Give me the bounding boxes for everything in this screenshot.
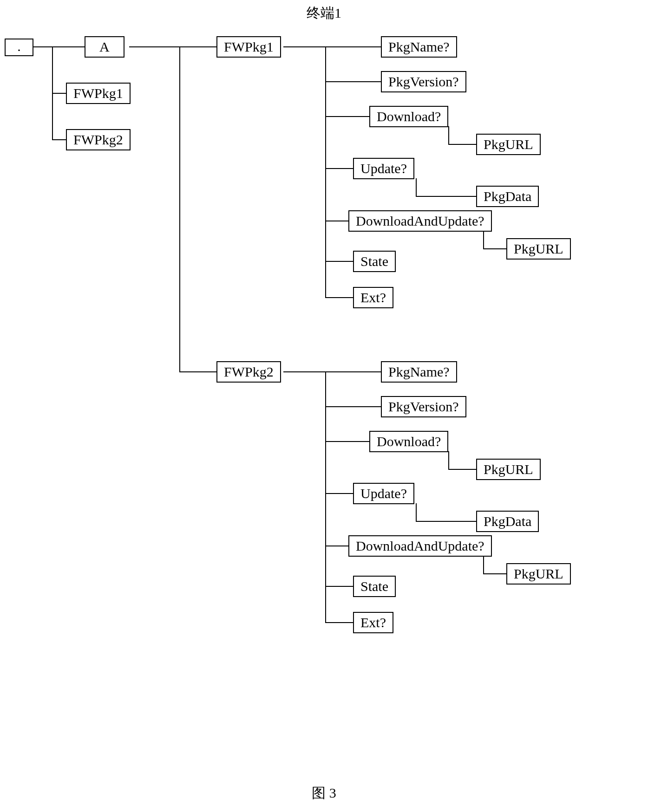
diagram-title: 终端1 bbox=[307, 4, 341, 23]
connector-line bbox=[483, 573, 506, 574]
connector-line bbox=[325, 406, 381, 407]
connector-line bbox=[179, 46, 216, 47]
node-download-1: Download? bbox=[369, 106, 448, 127]
node-update-2: Update? bbox=[353, 483, 414, 504]
node-state-2: State bbox=[353, 576, 396, 597]
node-state-1: State bbox=[353, 251, 396, 272]
connector-line bbox=[129, 46, 179, 47]
connector-line bbox=[325, 622, 353, 623]
connector-line bbox=[416, 196, 476, 197]
connector-line bbox=[52, 93, 66, 94]
connector-line bbox=[325, 371, 381, 372]
node-download-2: Download? bbox=[369, 431, 448, 452]
node-pkgdata-1: PkgData bbox=[476, 186, 539, 207]
connector-line bbox=[416, 178, 417, 196]
node-pkgname-2: PkgName? bbox=[381, 361, 457, 383]
connector-line bbox=[283, 371, 325, 372]
connector-line bbox=[325, 221, 348, 221]
node-pkgname-1: PkgName? bbox=[381, 36, 457, 58]
node-pkgurl-download-1: PkgURL bbox=[476, 134, 541, 155]
node-ext-1: Ext? bbox=[353, 287, 393, 308]
node-downloadandupdate-2: DownloadAndUpdate? bbox=[348, 535, 492, 557]
connector-line bbox=[52, 139, 66, 140]
connector-line bbox=[325, 586, 353, 587]
node-root: . bbox=[5, 39, 33, 56]
connector-line bbox=[325, 81, 381, 82]
node-left-fwpkg2: FWPkg2 bbox=[66, 129, 131, 150]
connector-line bbox=[483, 248, 506, 249]
connector-line bbox=[325, 441, 369, 442]
node-pkgversion-2: PkgVersion? bbox=[381, 396, 466, 417]
connector-line bbox=[283, 46, 325, 47]
node-downloadandupdate-1: DownloadAndUpdate? bbox=[348, 210, 492, 232]
connector-line bbox=[325, 116, 369, 117]
node-mid-fwpkg1: FWPkg1 bbox=[216, 36, 281, 58]
connector-line bbox=[325, 546, 348, 546]
connector-line bbox=[416, 521, 476, 522]
connector-line bbox=[325, 607, 326, 623]
node-ext-2: Ext? bbox=[353, 612, 393, 633]
connector-line bbox=[448, 126, 449, 144]
connector-line bbox=[52, 46, 85, 47]
node-mid-fwpkg2: FWPkg2 bbox=[216, 361, 281, 383]
connector-line bbox=[325, 493, 353, 494]
node-a: A bbox=[85, 36, 124, 58]
node-pkgurl-download-2: PkgURL bbox=[476, 459, 541, 480]
connector-line bbox=[325, 168, 353, 169]
node-update-1: Update? bbox=[353, 158, 414, 179]
connector-line bbox=[448, 469, 476, 470]
connector-line bbox=[179, 46, 180, 371]
connector-line bbox=[325, 46, 381, 47]
connector-line bbox=[416, 503, 417, 521]
node-pkgurl-dau-1: PkgURL bbox=[506, 238, 571, 260]
connector-line bbox=[325, 282, 326, 298]
connector-line bbox=[483, 231, 484, 248]
connector-line bbox=[33, 46, 52, 47]
connector-line bbox=[448, 451, 449, 469]
node-pkgversion-1: PkgVersion? bbox=[381, 71, 466, 92]
node-left-fwpkg1: FWPkg1 bbox=[66, 83, 131, 104]
figure-caption: 图 3 bbox=[312, 784, 336, 803]
connector-line bbox=[448, 144, 476, 145]
connector-line bbox=[325, 297, 353, 298]
connector-line bbox=[179, 371, 216, 372]
connector-line bbox=[325, 261, 353, 262]
node-pkgurl-dau-2: PkgURL bbox=[506, 563, 571, 585]
node-pkgdata-2: PkgData bbox=[476, 511, 539, 532]
connector-line bbox=[483, 556, 484, 573]
